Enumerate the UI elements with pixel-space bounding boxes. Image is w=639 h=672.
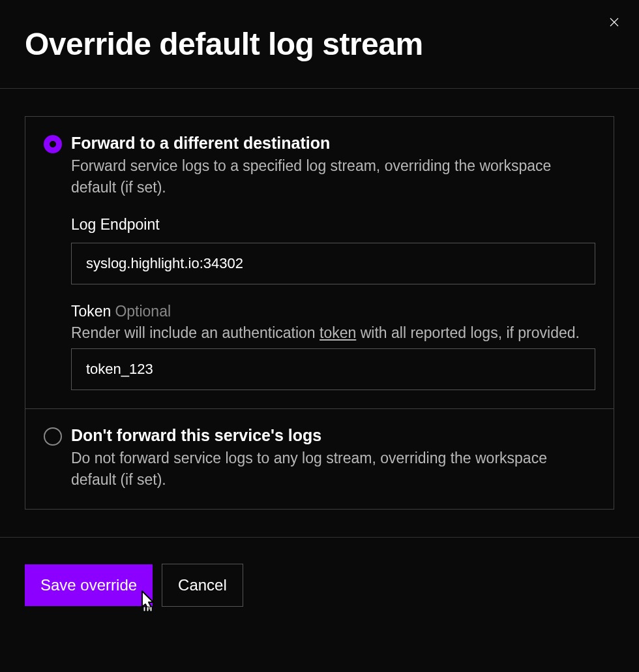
endpoint-group: Log Endpoint	[71, 216, 595, 284]
save-button[interactable]: Save override	[25, 564, 153, 606]
option-forward-title: Forward to a different destination	[71, 134, 595, 153]
token-help-pre: Render will include an authentication	[71, 324, 320, 341]
dialog-body: Forward to a different destination Forwa…	[0, 89, 639, 510]
svg-rect-1	[147, 607, 149, 611]
svg-rect-2	[150, 607, 152, 611]
close-icon	[608, 16, 620, 28]
dialog-header: Override default log stream	[0, 0, 639, 88]
token-label-text: Token	[71, 303, 111, 320]
token-help-link[interactable]: token	[320, 324, 356, 341]
option-forward-content: Forward to a different destination Forwa…	[71, 134, 595, 390]
option-dont-forward-title: Don't forward this service's logs	[71, 426, 595, 445]
dialog-title: Override default log stream	[25, 26, 614, 62]
option-dont-forward-content: Don't forward this service's logs Do not…	[71, 426, 595, 490]
token-input[interactable]	[71, 348, 595, 390]
option-forward: Forward to a different destination Forwa…	[25, 117, 614, 408]
cancel-button[interactable]: Cancel	[162, 564, 243, 607]
token-help: Render will include an authentication to…	[71, 324, 595, 342]
radio-forward[interactable]	[44, 135, 62, 153]
token-help-post: with all reported logs, if provided.	[356, 324, 580, 341]
option-dont-forward: Don't forward this service's logs Do not…	[25, 408, 614, 508]
token-label-suffix: Optional	[115, 303, 171, 320]
token-group: TokenOptional Render will include an aut…	[71, 303, 595, 390]
token-label: TokenOptional	[71, 303, 595, 320]
radio-dont-forward[interactable]	[44, 427, 62, 446]
dialog-footer: Save override Cancel	[0, 538, 639, 632]
svg-rect-0	[143, 607, 145, 611]
option-dont-forward-description: Do not forward service logs to any log s…	[71, 448, 595, 490]
endpoint-input[interactable]	[71, 243, 595, 284]
close-button[interactable]	[606, 14, 622, 30]
options-container: Forward to a different destination Forwa…	[25, 116, 614, 510]
endpoint-label: Log Endpoint	[71, 216, 595, 234]
option-forward-description: Forward service logs to a specified log …	[71, 155, 595, 198]
